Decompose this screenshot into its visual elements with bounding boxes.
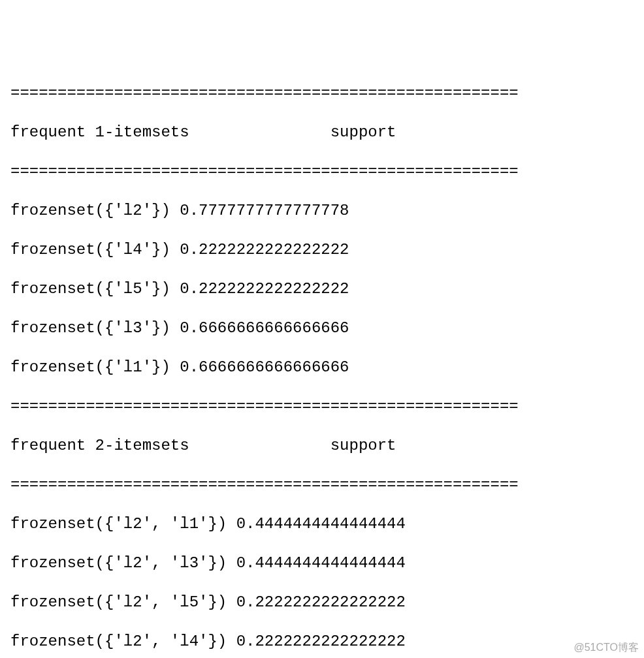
separator-line: ========================================… [10,397,634,416]
itemset-row: frozenset({'l2', 'l3'}) 0.44444444444444… [10,554,634,573]
section1-header: frequent 1-itemsets support [10,123,634,142]
itemset-row: frozenset({'l3'}) 0.6666666666666666 [10,319,634,338]
section2-header: frequent 2-itemsets support [10,436,634,456]
itemset-row: frozenset({'l2'}) 0.7777777777777778 [10,201,634,221]
itemset-row: frozenset({'l2', 'l1'}) 0.44444444444444… [10,514,634,534]
separator-line: ========================================… [10,162,634,181]
separator-line: ========================================… [10,84,634,103]
itemset-row: frozenset({'l2', 'l4'}) 0.22222222222222… [10,632,634,651]
separator-line: ========================================… [10,475,634,495]
itemset-row: frozenset({'l5'}) 0.2222222222222222 [10,279,634,299]
itemset-row: frozenset({'l1'}) 0.6666666666666666 [10,358,634,377]
watermark-text: @51CTO博客 [573,641,639,654]
itemset-row: frozenset({'l4'}) 0.2222222222222222 [10,240,634,260]
itemset-row: frozenset({'l2', 'l5'}) 0.22222222222222… [10,593,634,612]
